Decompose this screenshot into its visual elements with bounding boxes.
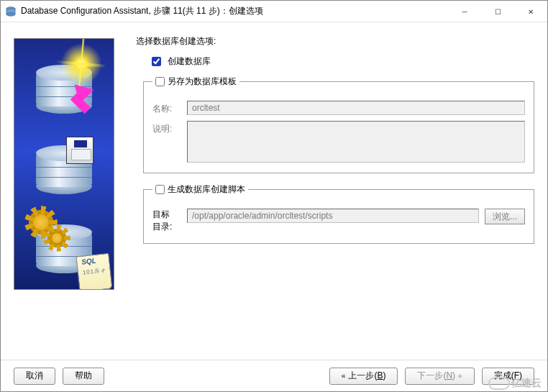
gen-scripts-legend: 生成数据库创建脚本 [168, 183, 245, 196]
close-button[interactable]: ✕ [514, 1, 547, 22]
gen-scripts-checkbox[interactable] [155, 185, 165, 194]
window-controls: ─ ☐ ✕ [448, 1, 547, 22]
template-desc-label: 说明: [152, 121, 181, 135]
chevron-right-icon: » [458, 372, 462, 380]
app-icon [5, 6, 17, 17]
save-template-checkbox[interactable] [155, 77, 165, 86]
window-title: Database Configuration Assistant, 步骤 11(… [21, 5, 448, 17]
footer-bar: 取消 帮助 « 上一步(B) 下一步(N) » 完成(F) [1, 360, 547, 391]
form-area: 选择数据库创建选项: 创建数据库 另存为数据库模板 名称: 说明: [136, 32, 534, 352]
minimize-button[interactable]: ─ [448, 1, 481, 22]
help-button[interactable]: 帮助 [63, 368, 104, 385]
svg-point-2 [6, 12, 15, 15]
template-name-input[interactable] [187, 101, 525, 115]
save-template-legend: 另存为数据库模板 [168, 76, 237, 88]
create-db-checkbox[interactable] [152, 57, 161, 66]
dialog-window: Database Configuration Assistant, 步骤 11(… [0, 0, 548, 392]
back-button[interactable]: « 上一步(B) [329, 368, 398, 385]
floppy-icon [66, 137, 93, 164]
gen-scripts-group: 生成数据库创建脚本 目标 目录: 浏览... [143, 183, 534, 244]
finish-button[interactable]: 完成(F) [482, 368, 534, 385]
prompt-label: 选择数据库创建选项: [136, 35, 534, 47]
next-button[interactable]: 下一步(N) » [405, 368, 474, 385]
sql-scroll-icon [76, 253, 113, 290]
target-dir-input[interactable] [187, 209, 479, 223]
cancel-button[interactable]: 取消 [14, 368, 55, 385]
target-dir-label: 目标 目录: [152, 209, 181, 233]
template-desc-input[interactable] [187, 121, 525, 163]
wizard-illustration [14, 38, 114, 290]
content-area: 选择数据库创建选项: 创建数据库 另存为数据库模板 名称: 说明: [1, 22, 547, 360]
chevron-left-icon: « [342, 372, 346, 380]
save-template-group: 另存为数据库模板 名称: 说明: [143, 76, 534, 173]
gear-icon [47, 229, 66, 247]
maximize-button[interactable]: ☐ [481, 1, 514, 22]
create-db-label: 创建数据库 [168, 55, 211, 68]
template-name-label: 名称: [152, 101, 181, 115]
browse-button[interactable]: 浏览... [485, 209, 525, 224]
titlebar: Database Configuration Assistant, 步骤 11(… [1, 1, 547, 22]
